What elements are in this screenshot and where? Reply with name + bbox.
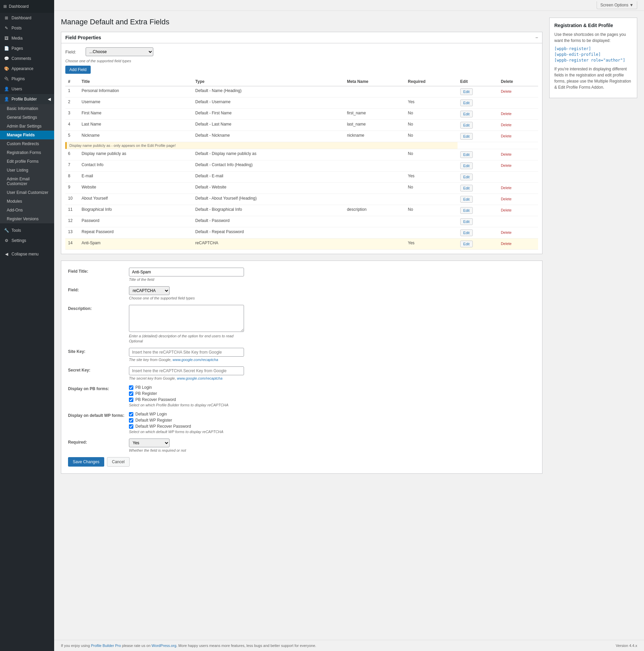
pb-recover-label[interactable]: PB Recover Password	[129, 397, 535, 402]
delete-button[interactable]: Delete	[501, 185, 512, 191]
wordpress-link[interactable]: WordPress.org	[152, 644, 176, 648]
sidebar-item-appearance[interactable]: 🎨 Appearance	[0, 64, 54, 74]
wp-recover-label[interactable]: Default WP Recover Password	[129, 424, 535, 429]
sidebar-item-settings[interactable]: ⚙ Settings	[0, 235, 54, 246]
sidebar-item-plugins[interactable]: 🔌 Plugins	[0, 74, 54, 84]
wp-register-label[interactable]: Default WP Register	[129, 418, 535, 423]
description-textarea[interactable]	[129, 305, 244, 332]
row-edit-cell: Edit	[458, 239, 498, 250]
field-title-input[interactable]	[129, 268, 244, 276]
wp-login-label[interactable]: Default WP Login	[129, 412, 535, 417]
sidebar-item-posts[interactable]: ✎ Posts	[0, 23, 54, 33]
screen-options-button[interactable]: Screen Options ▼	[597, 1, 637, 9]
edit-button[interactable]: Edit	[460, 133, 473, 140]
delete-button[interactable]: Delete	[501, 229, 512, 235]
sidebar-item-registration-forms[interactable]: Registration Forms	[0, 148, 54, 157]
required-hint: Whether the field is required or not	[129, 448, 535, 452]
sidebar-item-custom-redirects[interactable]: Custom Redirects	[0, 139, 54, 148]
edit-button[interactable]: Edit	[460, 151, 473, 158]
secret-key-input[interactable]	[129, 366, 244, 375]
edit-button[interactable]: Edit	[460, 196, 473, 203]
sidebar-item-modules[interactable]: Modules	[0, 197, 54, 206]
sidebar-item-pages[interactable]: 📄 Pages	[0, 43, 54, 53]
row-edit-cell: Edit	[458, 216, 498, 227]
form-row-site-key: Site Key: The site key from Google, www.…	[68, 348, 535, 362]
edit-button[interactable]: Edit	[460, 229, 473, 236]
edit-button[interactable]: Edit	[460, 218, 473, 225]
row-required: No	[405, 120, 457, 131]
row-num: 1	[65, 86, 79, 97]
edit-button[interactable]: Edit	[460, 122, 473, 129]
field-label: Field:	[65, 49, 82, 54]
row-edit-cell: Edit	[458, 227, 498, 239]
sidebar-item-addons[interactable]: Add-Ons	[0, 206, 54, 215]
sidebar-item-basic-info[interactable]: Basic Information	[0, 104, 54, 113]
delete-button[interactable]: Delete	[501, 196, 512, 202]
sidebar-item-manage-fields[interactable]: Manage Fields	[0, 131, 54, 139]
delete-button[interactable]: Delete	[501, 241, 512, 247]
delete-button[interactable]: Delete	[501, 151, 512, 157]
site-key-input[interactable]	[129, 348, 244, 357]
row-type: Default - Biographical Info	[193, 205, 344, 216]
add-field-button[interactable]: Add Field	[65, 66, 91, 74]
row-delete-cell: Delete	[498, 160, 538, 172]
sub-item-label: Modules	[7, 199, 22, 204]
sidebar-item-user-listing[interactable]: User Listing	[0, 166, 54, 175]
edit-button[interactable]: Edit	[460, 207, 473, 214]
sidebar-item-register-versions[interactable]: Register Versions	[0, 215, 54, 223]
sidebar-item-admin-bar[interactable]: Admin Bar Settings	[0, 122, 54, 131]
delete-button[interactable]: Delete	[501, 88, 512, 94]
field-type-select-edit[interactable]: reCAPTCHA	[129, 286, 170, 295]
delete-button[interactable]: Delete	[501, 111, 512, 117]
sidebar-item-edit-profile-forms[interactable]: Edit profile Forms	[0, 157, 54, 166]
edit-button[interactable]: Edit	[460, 174, 473, 180]
pb-login-checkbox[interactable]	[129, 385, 133, 390]
sidebar-item-comments[interactable]: 💬 Comments	[0, 53, 54, 64]
delete-button[interactable]: Delete	[501, 133, 512, 139]
row-meta: last_name	[344, 120, 405, 131]
row-title: Repeat Password	[79, 227, 193, 239]
field-type-select[interactable]: ...Choose	[86, 47, 153, 56]
edit-button[interactable]: Edit	[460, 241, 473, 247]
sidebar-item-profile-builder[interactable]: 👤 Profile Builder ◀	[0, 94, 54, 104]
edit-button[interactable]: Edit	[460, 185, 473, 192]
edit-button[interactable]: Edit	[460, 111, 473, 117]
profile-builder-link[interactable]: Profile Builder Pro	[91, 644, 121, 648]
delete-button[interactable]: Delete	[501, 122, 512, 128]
pb-register-label[interactable]: PB Register	[129, 391, 535, 396]
row-title: Anti-Spam	[79, 239, 193, 250]
sidebar-item-admin-email[interactable]: Admin Email Customizer	[0, 175, 54, 188]
users-icon: 👤	[3, 87, 9, 91]
pb-recover-checkbox[interactable]	[129, 398, 133, 402]
edit-button[interactable]: Edit	[460, 99, 473, 106]
pb-register-checkbox[interactable]	[129, 391, 133, 396]
sidebar-item-media[interactable]: 🖼 Media	[0, 33, 54, 43]
sidebar-item-user-email[interactable]: User Email Customizer	[0, 188, 54, 197]
delete-button[interactable]: Delete	[501, 207, 512, 213]
sidebar-item-tools[interactable]: 🔧 Tools	[0, 225, 54, 235]
edit-button[interactable]: Edit	[460, 162, 473, 169]
edit-button[interactable]: Edit	[460, 88, 473, 95]
wp-login-text: Default WP Login	[135, 412, 167, 417]
wp-recover-checkbox[interactable]	[129, 424, 133, 429]
delete-button[interactable]: Delete	[501, 162, 512, 169]
required-select[interactable]: Yes No	[129, 439, 170, 447]
wp-login-checkbox[interactable]	[129, 412, 133, 417]
secret-key-link[interactable]: www.google.com/recaptcha	[177, 376, 223, 380]
cancel-button[interactable]: Cancel	[107, 457, 130, 467]
site-key-link[interactable]: www.google.com/recaptcha	[173, 358, 218, 362]
row-type: Default - Display name publicly as	[193, 149, 344, 160]
wp-register-checkbox[interactable]	[129, 418, 133, 423]
row-title: Personal Information	[79, 86, 193, 97]
field-type-hint: Choose one of the supported field types	[129, 296, 535, 300]
sidebar-item-users[interactable]: 👤 Users	[0, 84, 54, 94]
sidebar-item-dashboard[interactable]: ⊞ Dashboard	[0, 13, 54, 23]
sidebar-item-collapse[interactable]: ◀ Collapse menu	[0, 249, 54, 259]
save-changes-button[interactable]: Save Changes	[68, 457, 104, 467]
sidebar-item-general-settings[interactable]: General Settings	[0, 113, 54, 122]
dashboard-icon: ⊞	[3, 16, 9, 20]
table-row: 14 Anti-Spam reCAPTCHA Yes Edit Delete	[65, 239, 538, 250]
sub-item-label: User Email Customizer	[7, 190, 48, 195]
pb-login-label[interactable]: PB Login	[129, 385, 535, 390]
meta-box-toggle-button[interactable]: −	[535, 35, 538, 40]
